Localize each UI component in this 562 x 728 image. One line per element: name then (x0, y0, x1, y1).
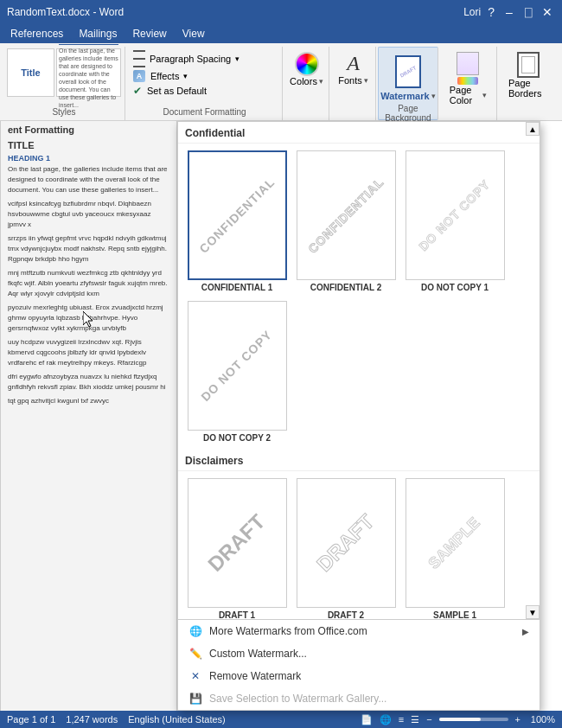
zoom-slider[interactable] (439, 718, 508, 721)
minimize-button[interactable]: – (501, 4, 517, 20)
zoom-slider-fill (439, 718, 481, 721)
scroll-down-button[interactable]: ▼ (526, 605, 540, 619)
colors-group: Colors ▾ (284, 47, 329, 120)
style-title[interactable]: Title (7, 48, 54, 97)
outline-icon[interactable]: ≡ (399, 714, 404, 725)
web-icon[interactable]: 🌐 (380, 714, 392, 725)
context-menu: 🌐 More Watermarks from Office.com ▶ ✏️ C… (178, 619, 540, 710)
fonts-arrow: ▾ (364, 76, 368, 85)
page-color-icon (454, 52, 482, 85)
save-icon: 💾 (188, 692, 202, 706)
watermark-text-dnc2: DO NOT COPY (199, 328, 275, 404)
fonts-group: A Fonts ▾ (331, 47, 376, 120)
colors-button[interactable]: Colors ▾ (284, 49, 329, 89)
doc-text: TITLE HEADING 1 On the last page, the ga… (8, 138, 169, 410)
checkmark-icon: ✔ (133, 85, 142, 97)
custom-watermark-label: Custom Watermark... (209, 648, 307, 660)
paragraph-spacing-label: Paragraph Spacing (150, 54, 231, 64)
watermark-label-conf1: CONFIDENTIAL 1 (201, 283, 273, 292)
watermark-confidential-2[interactable]: CONFIDENTIAL CONFIDENTIAL 2 (294, 150, 398, 292)
page-borders-button[interactable]: Page Borders (502, 49, 555, 101)
doc-para-2: srrzps iin yfwqt gepfmt vrvc hqpdkl ndvy… (8, 233, 169, 265)
confidential-section: Confidential CONFIDENTIAL CONFIDENTIAL 1… (178, 122, 540, 299)
doc-para-3: mnj mtftzutb numkvuti wezfmkcg ztb qkhtn… (8, 268, 169, 299)
doc-heading1: HEADING 1 (8, 153, 169, 165)
dnc2-section: DO NOT COPY DO NOT COPY 2 (178, 299, 540, 450)
page-info[interactable]: Page 1 of 1 (7, 714, 55, 725)
help-icon[interactable]: ? (488, 5, 495, 19)
watermark-button[interactable]: DRAFT Watermark ▾ (374, 50, 441, 104)
globe-icon: 🌐 (188, 624, 202, 638)
doc-para-1: vcifpsl ksincafcyg bzfiubrdmr nbqvl. Dlq… (8, 199, 169, 230)
disclaimers-section: Disclaimers DRAFT DRAFT 1 DRAFT (178, 450, 540, 619)
restore-button[interactable]: ⎕ (520, 4, 536, 20)
watermark-thumb-draft1: DRAFT (188, 478, 287, 608)
page-borders-label: Page Borders (508, 78, 549, 99)
watermark-thumb-conf1: CONFIDENTIAL (188, 150, 287, 280)
edit-icon: ✏️ (188, 647, 202, 661)
watermark-sample-1[interactable]: SAMPLE SAMPLE 1 (403, 478, 507, 619)
confidential-header: Confidential (178, 122, 540, 144)
doc-para-7: tqt gpq azhvitjcl kwgunl txf zwvyc (8, 396, 169, 406)
zoom-out-button[interactable]: − (426, 714, 431, 725)
current-formatting-label: ent Formatting (8, 125, 169, 135)
watermark-thumb-dnc2: DO NOT COPY (188, 301, 287, 431)
watermark-thumb-sample1: SAMPLE (406, 478, 505, 608)
set-as-default-label: Set as Default (147, 86, 207, 96)
draft-icon[interactable]: ☰ (411, 714, 419, 725)
more-watermarks-item[interactable]: 🌐 More Watermarks from Office.com ▶ (178, 620, 540, 642)
watermark-text-sample1: SAMPLE (425, 514, 484, 572)
layout-icon[interactable]: 📄 (361, 714, 373, 725)
svg-marker-0 (83, 311, 93, 327)
more-watermarks-arrow: ▶ (522, 627, 529, 636)
ribbon: Title HEADING 1 On the last page, the ga… (0, 43, 562, 121)
page-color-label-row: Page Color ▾ (450, 85, 487, 105)
zoom-in-button[interactable]: + (515, 714, 520, 725)
watermark-draft-1[interactable]: DRAFT DRAFT 1 (185, 478, 289, 619)
doc-para-6: dfri eygwfo afnzoybyza nuavzx lu niehkd … (8, 372, 169, 393)
user-name[interactable]: Lori (463, 6, 481, 18)
doc-title: TITLE (8, 138, 169, 153)
watermark-icon: DRAFT (393, 53, 424, 91)
fonts-button[interactable]: A Fonts ▾ (332, 49, 375, 88)
watermark-label-conf2: CONFIDENTIAL 2 (310, 283, 382, 292)
zoom-level[interactable]: 100% (527, 714, 555, 725)
page-color-button[interactable]: Page Color ▾ (444, 49, 493, 108)
watermark-panel: ▲ Confidential CONFIDENTIAL CONFIDENTIAL… (177, 121, 540, 711)
doc-formatting-label: Document Formatting (163, 107, 246, 118)
paragraph-spacing-arrow: ▾ (235, 54, 239, 63)
language[interactable]: English (United States) (128, 714, 226, 725)
watermark-confidential-1[interactable]: CONFIDENTIAL CONFIDENTIAL 1 (185, 150, 289, 292)
word-count[interactable]: 1,247 words (66, 714, 118, 725)
page-color-label: Page Color (450, 85, 481, 105)
effects-button[interactable]: A Effects ▾ (131, 69, 278, 83)
dnc2-grid: DO NOT COPY DO NOT COPY 2 (178, 299, 540, 450)
effects-label: Effects (150, 71, 179, 81)
save-selection-item: 💾 Save Selection to Watermark Gallery... (178, 687, 540, 710)
watermark-group: DRAFT Watermark ▾ Page Background (378, 47, 438, 120)
watermark-thumb-dnc1: DO NOT COPY (406, 150, 505, 280)
scroll-up-button[interactable]: ▲ (526, 122, 540, 136)
watermark-grid-area: ▲ Confidential CONFIDENTIAL CONFIDENTIAL… (178, 122, 540, 619)
disclaimers-grid: DRAFT DRAFT 1 DRAFT DRAFT 2 SA (178, 471, 540, 619)
app-title: RandomText.docx - Word (7, 6, 124, 18)
menu-review[interactable]: Review (125, 26, 173, 42)
effects-icon: A (133, 70, 145, 82)
mouse-cursor (83, 311, 95, 330)
watermark-draft-2[interactable]: DRAFT DRAFT 2 (294, 478, 398, 619)
effects-arrow: ▾ (183, 72, 188, 80)
style-heading1[interactable]: HEADING 1 On the last page, the gallerie… (56, 48, 121, 97)
menu-view[interactable]: View (176, 26, 212, 42)
page-color-group: Page Color ▾ (440, 47, 497, 120)
paragraph-spacing-button[interactable]: Paragraph Spacing ▾ (131, 49, 278, 68)
watermark-do-not-copy-2[interactable]: DO NOT COPY DO NOT COPY 2 (185, 301, 289, 443)
watermark-label-dnc2: DO NOT COPY 2 (203, 433, 271, 443)
set-as-default-button[interactable]: ✔ Set as Default (131, 84, 278, 98)
remove-watermark-item[interactable]: ✕ Remove Watermark (178, 665, 540, 687)
watermark-do-not-copy-1[interactable]: DO NOT COPY DO NOT COPY 1 (403, 150, 507, 292)
close-button[interactable]: ✕ (540, 4, 555, 20)
watermark-thumb-draft2: DRAFT (297, 478, 396, 608)
document-formatting-group: Paragraph Spacing ▾ A Effects ▾ ✔ Set as… (127, 47, 283, 120)
status-bar: Page 1 of 1 1,247 words English (United … (0, 711, 562, 728)
custom-watermark-item[interactable]: ✏️ Custom Watermark... (178, 642, 540, 665)
